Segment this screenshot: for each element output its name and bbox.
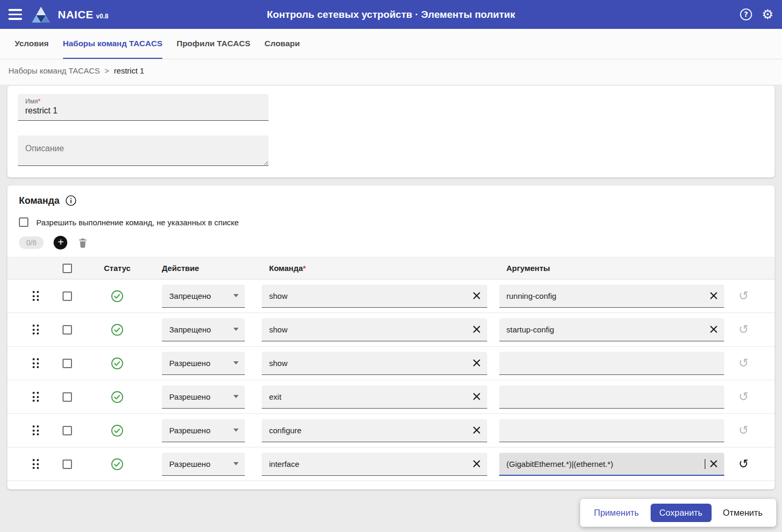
info-icon[interactable] [65,195,77,206]
row-checkbox[interactable] [63,291,72,301]
arguments-input[interactable]: startup-config [499,318,725,341]
tab-tacacs-command-sets[interactable]: Наборы команд TACACS [63,29,163,59]
commands-toolbar: 0/6 + [19,236,763,249]
column-header-status: Статус [82,264,152,273]
action-select[interactable]: Разрешено [162,385,245,409]
drag-handle[interactable] [33,459,39,469]
arguments-input[interactable] [499,352,725,375]
clear-command-icon[interactable] [472,291,481,300]
settings-gear-icon[interactable]: ⚙ [762,8,774,21]
chevron-down-icon [233,328,239,331]
description-input[interactable] [18,135,269,165]
reset-row-icon[interactable]: ↺ [738,357,748,369]
reset-row-icon[interactable]: ↺ [738,458,748,470]
delete-commands-icon[interactable] [77,237,88,248]
clear-arguments-icon[interactable] [709,460,718,468]
page-title: Контроль сетевых устройств · Элементы по… [0,9,782,20]
command-input[interactable]: interface [262,453,487,476]
arguments-input[interactable] [499,419,725,442]
name-input[interactable] [25,105,261,118]
clear-command-icon[interactable] [472,359,481,367]
reset-row-icon[interactable]: ↺ [738,391,748,403]
command-input[interactable]: configure [262,419,487,442]
tab-dictionaries[interactable]: Словари [264,29,300,59]
command-input[interactable]: exit [262,385,487,409]
reset-row-icon[interactable]: ↺ [738,424,748,436]
command-input[interactable]: show [262,352,487,375]
general-info-card: Имя* [7,86,775,178]
command-input[interactable]: show [262,285,487,308]
action-select[interactable]: Разрешено [162,453,245,476]
bottom-action-bar: Применить Сохранить Отменить [580,499,776,527]
command-row: Разрешено exit ↺ [7,380,775,414]
row-checkbox[interactable] [63,460,72,469]
select-all-checkbox[interactable] [63,264,72,273]
selected-counter: 0/6 [19,236,44,249]
commands-card: Команда Разрешить выполнение команд, не … [7,185,775,489]
allow-unlisted-checkbox[interactable] [19,217,28,227]
clear-command-icon[interactable] [472,460,481,468]
action-select[interactable]: Разрешено [162,419,245,442]
cancel-button[interactable]: Отменить [716,505,770,521]
row-checkbox[interactable] [63,426,72,435]
chevron-down-icon [233,395,239,398]
status-ok-icon [110,289,124,303]
drag-handle[interactable] [33,325,39,335]
clear-command-icon[interactable] [472,325,481,333]
menu-icon[interactable] [8,8,24,21]
clear-arguments-icon[interactable] [709,291,718,300]
apply-button[interactable]: Применить [586,505,646,521]
action-select[interactable]: Запрещено [162,318,245,341]
description-field[interactable] [18,135,269,166]
name-field-label: Имя* [25,98,261,105]
commands-table-header: Статус Действие Команда* Аргументы [7,257,775,279]
status-ok-icon [110,357,124,370]
tab-tacacs-profiles[interactable]: Профили TACACS [177,29,250,59]
clear-arguments-icon[interactable] [709,325,718,333]
arguments-input[interactable]: (GigabitEthernet.*)|(ethernet.*) [499,453,725,476]
drag-handle[interactable] [33,291,39,301]
add-command-button[interactable]: + [54,236,67,249]
command-row: Разрешено interface (GigabitEthernet.*)|… [7,447,775,481]
tab-bar: Условия Наборы команд TACACS Профили TAC… [0,29,782,59]
name-field[interactable]: Имя* [18,94,269,121]
commands-table-body: Запрещено show running-config ↺ [7,279,775,481]
brand: NAICE v0.8 [58,8,108,21]
command-row: Запрещено show startup-config ↺ [7,313,775,347]
drag-handle[interactable] [33,358,39,368]
column-header-action: Действие [152,264,262,273]
main-content: Имя* Команда Разрешить выполнен [0,85,782,489]
save-button[interactable]: Сохранить [651,504,712,522]
commands-section-title: Команда [19,195,59,206]
chevron-down-icon [233,361,239,364]
row-checkbox[interactable] [63,392,72,402]
tab-conditions[interactable]: Условия [15,29,49,59]
action-select[interactable]: Разрешено [162,352,245,375]
clear-command-icon[interactable] [472,392,481,401]
row-checkbox[interactable] [63,359,72,368]
help-icon[interactable]: ? [739,8,753,21]
column-header-arguments: Аргументы [499,264,725,273]
drag-handle[interactable] [33,425,39,435]
reset-row-icon[interactable]: ↺ [738,290,748,302]
command-row: Запрещено show running-config ↺ [7,279,775,313]
chevron-down-icon [233,462,239,465]
arguments-input[interactable] [499,385,725,409]
app-bar: NAICE v0.8 Контроль сетевых устройств · … [0,0,782,29]
action-select[interactable]: Запрещено [162,285,245,308]
commands-table: Статус Действие Команда* Аргументы Запре… [7,257,775,481]
row-checkbox[interactable] [63,325,72,335]
allow-unlisted-label: Разрешить выполнение команд, не указанны… [36,218,239,227]
chevron-down-icon [233,429,239,432]
clear-command-icon[interactable] [472,426,481,434]
arguments-input[interactable]: running-config [499,285,725,308]
status-ok-icon [110,323,124,337]
breadcrumb-parent[interactable]: Наборы команд TACACS [8,66,100,75]
app-logo-icon [32,6,50,23]
command-input[interactable]: show [262,318,487,341]
reset-row-icon[interactable]: ↺ [738,324,748,336]
text-cursor [705,459,706,469]
breadcrumb-current: restrict 1 [114,66,145,75]
drag-handle[interactable] [33,392,39,402]
required-marker: * [38,98,40,105]
